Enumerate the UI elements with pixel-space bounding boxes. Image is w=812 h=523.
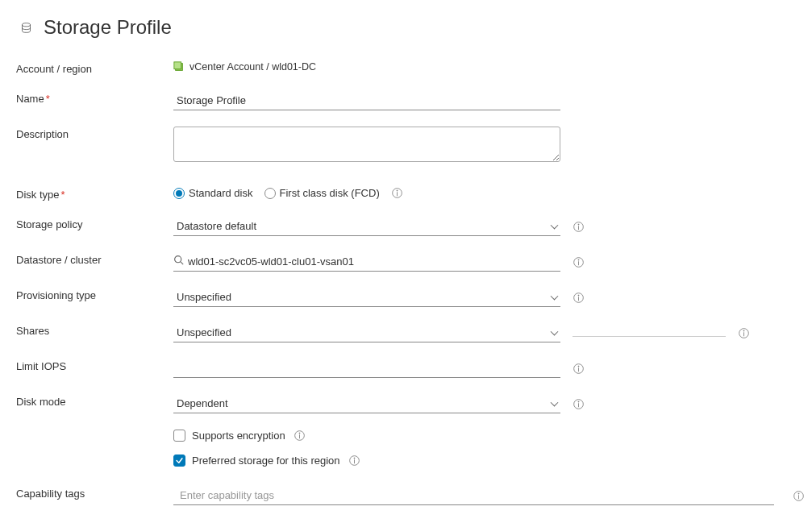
label-account-region: Account / region xyxy=(16,61,173,75)
label-limit-iops: Limit IOPS xyxy=(16,359,173,372)
account-region-value: vCenter Account / wld01-DC xyxy=(173,61,560,73)
svg-point-0 xyxy=(22,23,30,26)
radio-icon xyxy=(264,188,276,199)
disk-mode-select[interactable]: Dependent xyxy=(173,394,560,413)
shares-value: Unspecified xyxy=(173,323,560,342)
search-icon xyxy=(173,255,184,265)
info-icon[interactable] xyxy=(573,363,585,375)
svg-point-13 xyxy=(743,330,744,331)
label-disk-type: Disk type* xyxy=(16,187,173,201)
radio-standard-disk-label: Standard disk xyxy=(189,187,253,199)
label-name: Name* xyxy=(16,91,173,105)
radio-standard-disk[interactable]: Standard disk xyxy=(173,187,253,199)
provisioning-type-value: Unspecified xyxy=(173,288,560,307)
svg-point-21 xyxy=(354,458,355,459)
disk-mode-value: Dependent xyxy=(173,394,560,413)
storage-icon xyxy=(16,18,35,37)
label-disk-mode: Disk mode xyxy=(16,394,173,408)
label-provisioning-type: Provisioning type xyxy=(16,288,173,301)
datastore-search[interactable] xyxy=(173,252,560,272)
radio-fcd[interactable]: First class disk (FCD) xyxy=(264,187,380,199)
svg-point-23 xyxy=(798,493,799,494)
checkbox-supports-encryption[interactable]: Supports encryption xyxy=(173,430,285,442)
svg-point-4 xyxy=(397,190,398,191)
account-region-text: vCenter Account / wld01-DC xyxy=(189,61,316,73)
label-datastore-cluster: Datastore / cluster xyxy=(16,252,173,266)
label-storage-policy: Storage policy xyxy=(16,217,173,230)
svg-point-17 xyxy=(578,401,579,402)
info-icon[interactable] xyxy=(391,187,403,199)
label-shares: Shares xyxy=(16,323,173,337)
capability-tags-input[interactable] xyxy=(173,486,774,505)
checkbox-icon xyxy=(173,455,185,467)
info-icon[interactable] xyxy=(573,398,585,410)
preferred-storage-label: Preferred storage for this region xyxy=(192,455,340,467)
shares-level-line xyxy=(573,336,726,337)
label-description: Description xyxy=(16,127,173,140)
svg-point-19 xyxy=(299,433,300,434)
storage-policy-value: Datastore default xyxy=(173,217,560,236)
radio-fcd-label: First class disk (FCD) xyxy=(280,187,380,199)
checkbox-icon xyxy=(173,430,185,442)
page-title: Storage Profile xyxy=(44,16,172,39)
limit-iops-input[interactable] xyxy=(173,359,560,378)
svg-point-11 xyxy=(578,295,579,296)
provisioning-type-select[interactable]: Unspecified xyxy=(173,288,560,307)
label-capability-tags: Capability tags xyxy=(16,486,173,500)
svg-rect-2 xyxy=(174,62,181,69)
svg-point-9 xyxy=(578,259,579,260)
supports-encryption-label: Supports encryption xyxy=(192,430,285,442)
info-icon[interactable] xyxy=(793,490,805,502)
storage-policy-select[interactable]: Datastore default xyxy=(173,217,560,236)
svg-point-15 xyxy=(578,366,579,367)
info-icon[interactable] xyxy=(573,256,585,268)
datastore-input[interactable] xyxy=(173,252,560,272)
info-icon[interactable] xyxy=(348,455,360,467)
radio-icon xyxy=(173,188,185,199)
shares-select[interactable]: Unspecified xyxy=(173,323,560,342)
svg-point-7 xyxy=(175,256,181,263)
info-icon[interactable] xyxy=(294,430,306,442)
name-input[interactable] xyxy=(173,91,560,110)
info-icon[interactable] xyxy=(738,327,750,339)
svg-point-6 xyxy=(578,224,579,225)
vcenter-icon xyxy=(173,61,185,73)
checkbox-preferred-storage[interactable]: Preferred storage for this region xyxy=(173,455,340,467)
description-textarea[interactable] xyxy=(173,127,560,162)
page-header: Storage Profile xyxy=(16,16,796,39)
info-icon[interactable] xyxy=(573,221,585,233)
info-icon[interactable] xyxy=(573,292,585,304)
